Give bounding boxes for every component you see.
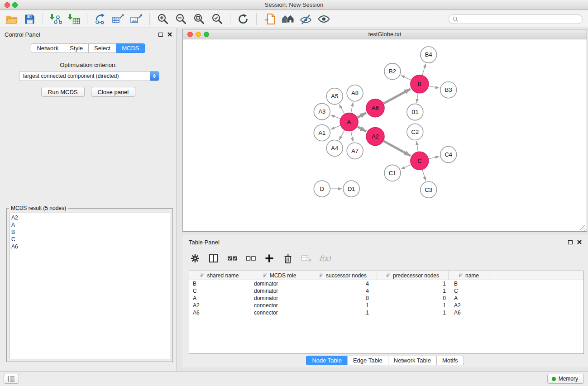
search-box[interactable] [449, 14, 583, 24]
tab-style[interactable]: Style [64, 43, 89, 53]
zoom-in-button[interactable] [156, 13, 170, 25]
column-header-predecessor-nodes[interactable]: predecessor nodes [377, 271, 449, 280]
graph-node-B4[interactable]: B4 [421, 47, 437, 63]
zoom-out-button[interactable] [174, 13, 188, 25]
export-table-button[interactable] [111, 13, 125, 25]
table-row[interactable]: A6connector11A6 [189, 309, 583, 316]
maximize-network-icon[interactable] [204, 32, 209, 37]
graph-node-C2[interactable]: C2 [407, 124, 423, 140]
column-header-shared-name[interactable]: shared name [189, 271, 250, 280]
show-columns-button[interactable] [208, 253, 219, 264]
export-image-button[interactable] [129, 13, 143, 25]
save-session-button[interactable] [23, 13, 37, 25]
graph-edge-B-B1[interactable] [416, 93, 418, 102]
graph-edge-A-A5[interactable] [339, 105, 344, 114]
table-row[interactable]: A2connector11A2 [189, 302, 583, 309]
graph-node-A[interactable]: A [340, 113, 358, 131]
close-panel-button[interactable]: Close panel [91, 87, 136, 97]
graph-node-C3[interactable]: C3 [421, 181, 437, 198]
hide-graphics-details-button[interactable] [299, 13, 313, 25]
column-header-successor-nodes[interactable]: successor nodes [309, 271, 377, 280]
float-panel-icon[interactable] [158, 33, 163, 37]
apply-layout-button[interactable] [236, 13, 250, 25]
graph-edge-B-B4[interactable] [422, 64, 426, 75]
graph-node-A8[interactable]: A8 [347, 85, 363, 101]
table-row[interactable]: Bdominator41B [189, 280, 583, 287]
delete-column-button[interactable] [282, 253, 293, 264]
export-network-button[interactable] [93, 13, 107, 25]
resize-corner-handle[interactable] [580, 225, 586, 231]
graph-edge-A-A2[interactable] [358, 127, 366, 132]
graph-node-B2[interactable]: B2 [384, 63, 401, 80]
graph-edge-A-A6[interactable] [358, 113, 366, 117]
search-input[interactable] [461, 16, 578, 22]
tab-network[interactable]: Network [31, 43, 64, 53]
graph-edge-A-A1[interactable] [331, 125, 340, 129]
zoom-selected-button[interactable] [210, 13, 224, 25]
mcds-result-item[interactable]: B [11, 229, 168, 236]
deselect-all-button[interactable] [245, 253, 256, 264]
close-table-panel-icon[interactable] [577, 240, 582, 244]
graph-node-A7[interactable]: A7 [347, 143, 363, 159]
table-row[interactable]: Adominator80A [189, 295, 583, 302]
table-settings-button[interactable] [190, 253, 201, 264]
graph-node-C4[interactable]: C4 [440, 146, 457, 162]
minimize-network-icon[interactable] [196, 32, 201, 37]
network-file-button[interactable] [263, 13, 277, 25]
graph-node-A4[interactable]: A4 [326, 140, 343, 156]
table-row[interactable]: Cdominator41C [189, 287, 583, 295]
import-table-button[interactable] [67, 13, 81, 25]
graph-node-D1[interactable]: D1 [343, 181, 359, 197]
graph-node-A5[interactable]: A5 [326, 88, 343, 105]
show-graphics-details-button[interactable] [317, 13, 331, 25]
zoom-fit-button[interactable] [192, 13, 206, 25]
tab-motifs[interactable]: Motifs [436, 356, 464, 365]
criterion-dropdown[interactable]: largest connected component (directed) [19, 71, 159, 81]
graph-edge-A6-B[interactable] [383, 89, 410, 104]
graph-edge-C-C4[interactable] [429, 157, 439, 159]
graph-edge-A-A3[interactable] [331, 115, 340, 119]
graph-node-A3[interactable]: A3 [314, 104, 330, 120]
close-panel-icon[interactable] [167, 32, 172, 37]
graph-edge-A-A4[interactable] [339, 130, 344, 140]
graph-edge-C-C1[interactable] [401, 165, 411, 169]
network-canvas[interactable]: B4B2BB3A8A5A6B1A3AC2A1A2A4A7C4CC1C3DD1 [183, 40, 587, 231]
graph-node-A6[interactable]: A6 [366, 99, 384, 117]
column-header-name[interactable]: name [449, 271, 489, 280]
mcds-result-item[interactable]: C [11, 236, 168, 243]
graph-node-A1[interactable]: A1 [314, 125, 330, 141]
graph-edge-C-C3[interactable] [422, 170, 425, 181]
close-network-icon[interactable] [187, 32, 193, 37]
graph-node-B3[interactable]: B3 [440, 82, 457, 98]
network-canvas-svg[interactable]: B4B2BB3A8A5A6B1A3AC2A1A2A4A7C4CC1C3DD1 [183, 40, 587, 231]
mcds-result-item[interactable]: A2 [11, 214, 168, 221]
memory-button[interactable]: Memory [547, 374, 584, 384]
tab-mcds[interactable]: MCDS [116, 43, 145, 53]
tab-edge-table[interactable]: Edge Table [347, 356, 388, 365]
run-mcds-button[interactable]: Run MCDS [41, 87, 85, 97]
graph-node-C[interactable]: C [411, 152, 429, 170]
graph-edge-C-C2[interactable] [416, 141, 418, 151]
mcds-result-list[interactable]: A2ABCA6 [9, 213, 170, 359]
graph-edge-B-B3[interactable] [429, 86, 439, 88]
graph-node-D[interactable]: D [314, 181, 330, 197]
column-header-MCDS-role[interactable]: MCDS role [250, 271, 309, 280]
mcds-result-item[interactable]: A [11, 221, 168, 229]
float-table-panel-icon[interactable] [568, 240, 573, 244]
open-session-button[interactable] [5, 13, 19, 25]
first-neighbors-button[interactable] [281, 13, 295, 25]
zoom-window-icon[interactable] [12, 2, 18, 8]
graph-edge-A2-C[interactable] [383, 141, 410, 156]
task-history-button[interactable] [4, 374, 19, 384]
select-all-button[interactable] [227, 253, 238, 264]
graph-node-B[interactable]: B [411, 75, 429, 93]
tab-select[interactable]: Select [88, 43, 116, 53]
tab-network-table[interactable]: Network Table [388, 356, 437, 365]
graph-node-B1[interactable]: B1 [407, 104, 423, 120]
create-column-button[interactable] [264, 253, 275, 264]
graph-node-C1[interactable]: C1 [384, 165, 401, 181]
mcds-result-item[interactable]: A6 [11, 243, 168, 250]
close-window-icon[interactable] [5, 2, 10, 8]
import-network-button[interactable] [49, 13, 63, 25]
graph-node-A2[interactable]: A2 [366, 128, 384, 146]
